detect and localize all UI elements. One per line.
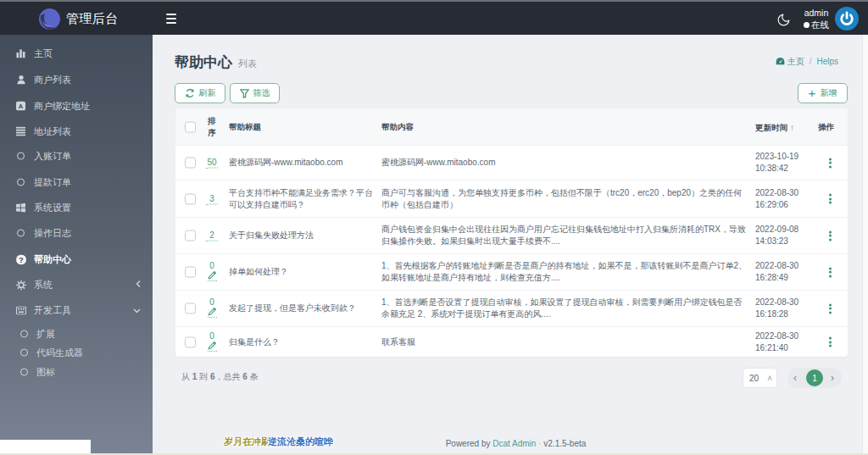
svg-text:A: A <box>19 103 24 110</box>
svg-text:?: ? <box>19 255 23 264</box>
